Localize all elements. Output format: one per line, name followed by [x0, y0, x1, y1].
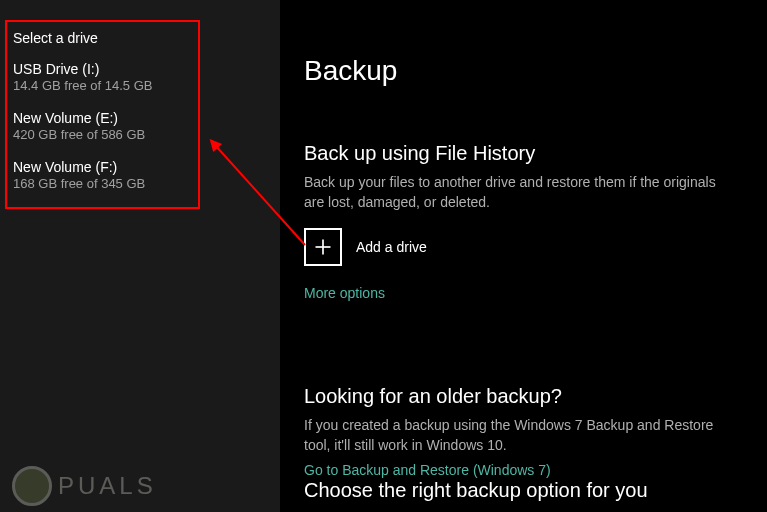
watermark: PUALS — [12, 466, 157, 506]
file-history-heading: Back up using File History — [304, 142, 737, 165]
add-drive-label: Add a drive — [356, 239, 427, 255]
older-backup-heading: Looking for an older backup? — [304, 385, 737, 408]
drive-item-usb-i[interactable]: USB Drive (I:) 14.4 GB free of 14.5 GB — [13, 60, 192, 95]
drive-free: 14.4 GB free of 14.5 GB — [13, 78, 192, 95]
backup-restore-win7-link[interactable]: Go to Backup and Restore (Windows 7) — [304, 462, 551, 478]
backup-settings-main: Backup Back up using File History Back u… — [280, 0, 767, 512]
more-options-link[interactable]: More options — [304, 285, 385, 301]
plus-icon — [304, 228, 342, 266]
drive-name: New Volume (E:) — [13, 109, 192, 127]
drive-item-volume-f[interactable]: New Volume (F:) 168 GB free of 345 GB — [13, 158, 192, 193]
page-title: Backup — [304, 55, 737, 87]
add-drive-button[interactable]: Add a drive — [304, 228, 427, 266]
settings-backup-window: Select a drive USB Drive (I:) 14.4 GB fr… — [0, 0, 767, 512]
drive-free: 168 GB free of 345 GB — [13, 176, 192, 193]
drive-name: New Volume (F:) — [13, 158, 192, 176]
drive-selector-panel: Select a drive USB Drive (I:) 14.4 GB fr… — [0, 0, 280, 512]
choose-option-heading: Choose the right backup option for you — [304, 479, 648, 502]
drive-selector-highlight: Select a drive USB Drive (I:) 14.4 GB fr… — [5, 20, 200, 209]
drive-item-volume-e[interactable]: New Volume (E:) 420 GB free of 586 GB — [13, 109, 192, 144]
drive-name: USB Drive (I:) — [13, 60, 192, 78]
drive-free: 420 GB free of 586 GB — [13, 127, 192, 144]
watermark-logo-icon — [12, 466, 52, 506]
older-backup-desc: If you created a backup using the Window… — [304, 416, 734, 455]
watermark-text: PUALS — [58, 472, 157, 500]
drive-selector-title: Select a drive — [13, 30, 192, 46]
file-history-desc: Back up your files to another drive and … — [304, 173, 734, 212]
